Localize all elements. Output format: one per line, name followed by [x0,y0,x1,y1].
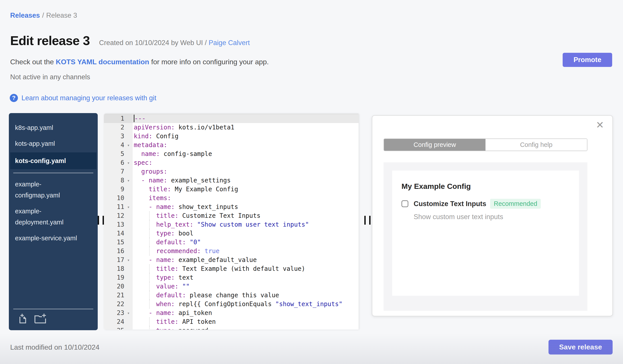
file-item-kots-config.yaml[interactable]: kots-config.yaml [10,152,96,169]
code-token [134,194,149,202]
fold-arrow-icon[interactable]: ▾ [124,256,133,264]
gutter-cell: 5 [104,150,133,158]
fold-arrow-icon[interactable]: ▾ [124,141,133,150]
line-number: 18 [104,264,124,273]
gutter-cell: 9 [104,185,133,194]
line-number: 21 [104,291,124,300]
footer-gradient-band [0,333,623,364]
code-content: items: [133,194,358,202]
fold-arrow-icon[interactable]: ▾ [124,176,133,185]
breadcrumb-releases-link[interactable]: Releases [10,12,40,19]
indent-guide [149,264,150,273]
gutter-cell: 4▾ [104,141,133,150]
code-content: spec: [133,158,358,167]
code-content: help_text: "Show custom user text inputs… [133,220,358,229]
code-token [134,309,149,317]
code-token: show_text_inputs [175,203,238,210]
code-token [134,239,156,246]
code-token: --- [134,115,146,122]
page-title: Edit release 3 [10,33,90,48]
line-number: 2 [104,123,124,132]
code-token: kind: [134,133,152,140]
git-releases-link[interactable]: Learn about managing your releases with … [22,94,156,102]
tab-config-preview[interactable]: Config preview [384,139,486,151]
code-content: apiVersion: kots.io/v1beta1 [133,123,358,132]
code-token: type: [156,274,175,281]
docs-suffix: for more info on configuring your app. [149,58,269,66]
gutter-cell: 8▾ [104,176,133,185]
line-number: 5 [104,150,124,158]
code-content: groups: [133,167,358,176]
line-number: 17 [104,256,124,264]
code-content: default: please change this value [133,291,358,300]
line-number: 14 [104,229,124,238]
yaml-code-editor[interactable]: 1---2apiVersion: kots.io/v1beta13kind: C… [104,114,358,329]
gutter-cell: 25 [104,326,133,329]
file-list-divider [13,173,93,173]
close-icon[interactable]: ✕ [596,120,604,130]
line-number: 8 [104,176,124,185]
code-token: default: [156,239,186,246]
code-line-7: 7 groups: [104,167,358,176]
promote-button[interactable]: Promote [563,53,612,67]
kots-yaml-docs-link[interactable]: KOTS YAML documentation [56,58,149,66]
gutter-cell: 10 [104,194,133,202]
code-line-19: 19 type: text [104,273,358,282]
line-number: 25 [104,326,124,329]
file-item-kots-app.yaml[interactable]: kots-app.yaml [9,136,98,152]
help-question-icon: ? [10,94,18,102]
code-token [134,203,149,210]
sidebar-icon-row [9,309,98,330]
code-token [134,185,149,193]
code-line-13: 13 help_text: "Show custom user text inp… [104,220,358,229]
file-item-label: kots-app.yaml [15,138,55,149]
file-item-label: example-service.yaml [15,233,77,244]
file-item-k8s-app.yaml[interactable]: k8s-app.yaml [9,120,98,136]
code-token: Customize Text Inputs [178,212,260,219]
fold-arrow-icon[interactable]: ▾ [124,202,133,211]
sidebar-resize-handle[interactable] [98,216,104,225]
tab-config-help[interactable]: Config help [486,139,587,151]
file-item-example-configmap.yaml[interactable]: example-configmap.yaml [9,176,98,203]
code-token: apiVersion: [134,124,175,131]
code-line-9: 9 title: My Example Config [104,185,358,194]
code-token [134,177,141,184]
code-line-16: 16 recommended: true [104,247,358,256]
code-line-11: 11▾ - name: show_text_inputs [104,202,358,211]
code-token: api_token [175,309,212,317]
code-content: default: "0" [133,238,358,247]
gutter-cell: 13 [104,220,133,229]
new-folder-glyph [34,314,46,324]
new-file-icon[interactable] [18,314,28,324]
new-folder-icon[interactable] [34,314,46,324]
file-item-example-deployment.yaml[interactable]: example-deployment.yaml [9,203,98,230]
line-number: 1 [104,114,124,123]
code-content: - name: api_token [133,309,358,317]
code-token: - name: [149,256,175,263]
gutter-cell: 17▾ [104,256,133,264]
config-item-help-text: Show custom user text inputs [414,213,503,221]
code-token: spec: [134,159,152,166]
code-token [134,247,156,255]
code-token: groups: [141,168,167,175]
customize-text-inputs-checkbox[interactable] [401,200,408,207]
fold-arrow-icon[interactable]: ▾ [124,158,133,167]
created-author-link[interactable]: Paige Calvert [209,39,250,47]
panel-resize-handle[interactable] [364,216,371,225]
code-content: recommended: true [133,247,358,256]
code-token [134,274,156,281]
code-token [186,239,190,246]
code-line-14: 14 type: bool [104,229,358,238]
code-line-1: 1--- [104,114,358,123]
fold-arrow-icon[interactable]: ▾ [124,309,133,317]
file-item-example-service.yaml[interactable]: example-service.yaml [9,230,98,246]
config-group-title: My Example Config [401,182,471,191]
code-line-21: 21 default: please change this value [104,291,358,300]
code-line-8: 8▾ - name: example_settings [104,176,358,185]
code-token [134,327,156,329]
code-content: when: repl{{ ConfigOptionEquals "show_te… [133,300,358,309]
code-token [134,212,156,219]
code-token: recommended: [156,247,201,255]
code-token: please change this value [186,292,279,299]
code-token: title: [156,265,178,272]
